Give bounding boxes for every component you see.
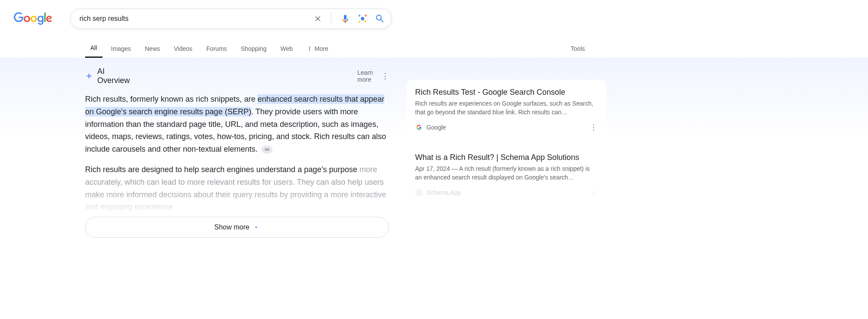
tools-button[interactable]: Tools	[565, 40, 590, 57]
mic-icon[interactable]	[340, 13, 350, 24]
source-favicon-icon	[415, 189, 423, 196]
sparkle-icon	[85, 71, 93, 81]
tab-shopping[interactable]: Shopping	[236, 40, 272, 57]
tab-news[interactable]: News	[139, 40, 165, 57]
card-source-name: Schema App	[426, 189, 461, 196]
result-card[interactable]: What is a Rich Result? | Schema App Solu…	[406, 145, 606, 205]
svg-point-1	[364, 20, 366, 22]
tabs-bar: All Images News Videos Forums Shopping W…	[0, 39, 868, 58]
svg-point-0	[361, 17, 364, 20]
card-menu-icon[interactable]: ⋮	[590, 123, 597, 132]
clear-icon[interactable]	[314, 14, 322, 23]
card-description: Apr 17, 2024 — A rich result (formerly k…	[415, 165, 597, 182]
result-card[interactable]: Rich Results Test - Google Search Consol…	[406, 80, 606, 140]
card-menu-icon[interactable]: ⋮	[590, 188, 597, 197]
card-title: Rich Results Test - Google Search Consol…	[415, 88, 597, 97]
ai-overview-title: AI Overview	[97, 67, 132, 85]
ai-overview-body: Rich results, formerly known as rich sni…	[85, 93, 389, 213]
tab-more[interactable]: More	[301, 40, 333, 57]
chevron-down-icon	[253, 224, 260, 231]
card-title: What is a Rich Result? | Schema App Solu…	[415, 153, 597, 162]
card-description: Rich results are experiences on Google s…	[415, 100, 597, 116]
tab-images[interactable]: Images	[106, 40, 136, 57]
tab-videos[interactable]: Videos	[169, 40, 198, 57]
google-favicon-icon	[415, 123, 423, 131]
dots-vertical-icon	[307, 46, 313, 52]
search-icon[interactable]	[375, 13, 385, 24]
learn-more-link[interactable]: Learn more	[357, 69, 378, 83]
tab-forums[interactable]: Forums	[201, 40, 232, 57]
lens-icon[interactable]	[357, 13, 368, 24]
show-more-button[interactable]: Show more	[85, 217, 389, 238]
google-logo[interactable]	[13, 12, 53, 25]
tab-web[interactable]: Web	[275, 40, 298, 57]
citation-link-icon[interactable]	[261, 146, 273, 153]
card-source-name: Google	[426, 124, 446, 131]
search-input[interactable]	[79, 15, 314, 23]
tab-all[interactable]: All	[85, 39, 102, 58]
ai-menu-icon[interactable]: ⋮	[381, 71, 389, 81]
search-bar[interactable]	[70, 9, 392, 29]
